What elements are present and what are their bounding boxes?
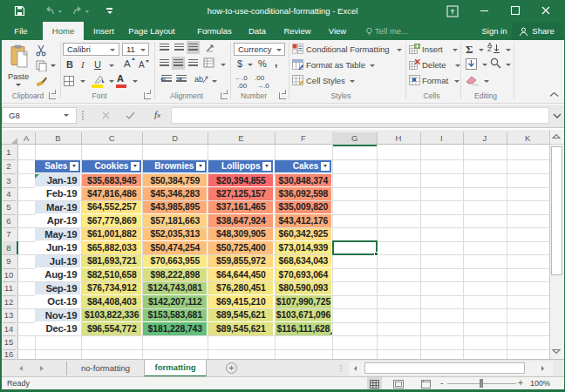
svg-text:ab: ab	[194, 75, 203, 84]
